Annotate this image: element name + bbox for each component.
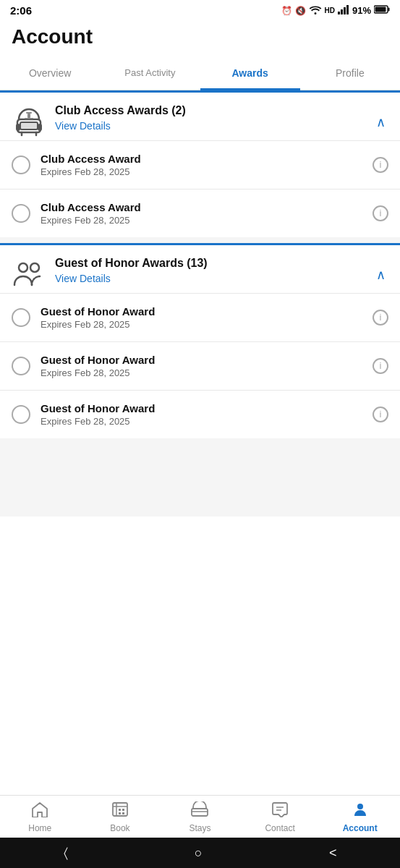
club-access-item-1-info: Club Access Award Expires Feb 28, 2025 bbox=[41, 153, 373, 177]
guest-honor-item-3-info-icon[interactable]: i bbox=[373, 407, 388, 422]
android-menu-btn[interactable]: 〈 bbox=[64, 846, 68, 861]
guest-honor-header: Guest of Honor Awards (13) View Details … bbox=[0, 243, 400, 293]
page-header: Account bbox=[0, 20, 400, 57]
guest-honor-item-3-title: Guest of Honor Award bbox=[41, 402, 373, 414]
svg-rect-22 bbox=[122, 812, 124, 814]
guest-honor-radio-3[interactable] bbox=[12, 405, 30, 424]
guest-honor-item-3: Guest of Honor Award Expires Feb 28, 202… bbox=[0, 390, 400, 438]
svg-rect-6 bbox=[375, 7, 386, 12]
nav-book[interactable]: Book bbox=[98, 801, 142, 833]
status-icons: ⏰ 🔇 HD 91% bbox=[281, 4, 390, 17]
club-access-item-2: Club Access Award Expires Feb 28, 2025 i bbox=[0, 189, 400, 237]
svg-rect-0 bbox=[338, 12, 340, 14]
club-access-info: Club Access Awards (2) View Details bbox=[55, 104, 373, 140]
nav-home[interactable]: Home bbox=[18, 801, 61, 833]
club-access-radio-2[interactable] bbox=[12, 204, 30, 223]
svg-rect-3 bbox=[346, 5, 349, 14]
guest-honor-item-1-title: Guest of Honor Award bbox=[41, 305, 373, 318]
nav-stays-label: Stays bbox=[189, 823, 210, 833]
stays-icon bbox=[190, 801, 209, 820]
svg-rect-5 bbox=[388, 8, 390, 12]
guest-honor-item-1-info-icon[interactable]: i bbox=[373, 310, 388, 326]
club-access-title: Club Access Awards (2) bbox=[55, 104, 373, 117]
svg-rect-19 bbox=[119, 809, 121, 811]
status-bar: 2:06 ⏰ 🔇 HD 91% bbox=[0, 0, 400, 20]
svg-rect-10 bbox=[38, 124, 42, 131]
tab-overview[interactable]: Overview bbox=[0, 57, 100, 90]
club-access-item-2-info-icon[interactable]: i bbox=[373, 205, 388, 221]
guest-honor-item-2-expiry: Expires Feb 28, 2025 bbox=[41, 367, 373, 378]
svg-rect-21 bbox=[119, 812, 121, 814]
guest-honor-title: Guest of Honor Awards (13) bbox=[55, 257, 373, 270]
tab-bar: Overview Past Activity Awards Profile bbox=[0, 57, 400, 90]
bottom-nav: Home Book Stays bbox=[0, 795, 400, 838]
club-access-item-2-expiry: Expires Feb 28, 2025 bbox=[41, 215, 373, 226]
nav-stays[interactable]: Stays bbox=[178, 801, 221, 833]
nav-account-label: Account bbox=[343, 823, 378, 833]
account-icon bbox=[352, 801, 369, 820]
club-access-item-2-info: Club Access Award Expires Feb 28, 2025 bbox=[41, 201, 373, 226]
android-home-btn[interactable]: ○ bbox=[195, 846, 203, 861]
guest-honor-item-2-info-icon[interactable]: i bbox=[373, 358, 388, 374]
club-access-item-2-title: Club Access Award bbox=[41, 201, 373, 213]
svg-point-27 bbox=[357, 804, 363, 809]
svg-point-15 bbox=[30, 263, 39, 272]
tab-profile[interactable]: Profile bbox=[300, 57, 400, 90]
nav-book-label: Book bbox=[110, 823, 129, 833]
signal-icon bbox=[338, 4, 349, 17]
guest-honor-item-1-info: Guest of Honor Award Expires Feb 28, 202… bbox=[41, 305, 373, 330]
contact-icon bbox=[271, 801, 289, 820]
club-access-item-1-expiry: Expires Feb 28, 2025 bbox=[41, 166, 373, 177]
android-back-btn[interactable]: < bbox=[329, 846, 337, 861]
battery-percent: 91% bbox=[352, 5, 371, 16]
guest-honor-view-details[interactable]: View Details bbox=[55, 270, 111, 293]
svg-rect-2 bbox=[344, 7, 346, 14]
guest-honor-item-2: Guest of Honor Award Expires Feb 28, 202… bbox=[0, 341, 400, 390]
alarm-icon: ⏰ bbox=[281, 6, 292, 16]
svg-rect-20 bbox=[122, 809, 124, 811]
club-access-radio-1[interactable] bbox=[12, 156, 30, 174]
svg-rect-12 bbox=[27, 114, 30, 118]
club-access-header: Club Access Awards (2) View Details ∧ bbox=[0, 90, 400, 140]
nav-contact[interactable]: Contact bbox=[258, 801, 302, 833]
club-icon bbox=[12, 105, 46, 140]
mute-icon: 🔇 bbox=[295, 6, 306, 16]
club-access-section: Club Access Awards (2) View Details ∧ Cl… bbox=[0, 90, 400, 237]
wifi-icon bbox=[309, 4, 322, 17]
guest-honor-item-3-info: Guest of Honor Award Expires Feb 28, 202… bbox=[41, 402, 373, 427]
guest-honor-item-1-expiry: Expires Feb 28, 2025 bbox=[41, 319, 373, 330]
nav-account[interactable]: Account bbox=[339, 801, 382, 833]
guest-honor-radio-1[interactable] bbox=[12, 308, 30, 327]
club-access-view-details[interactable]: View Details bbox=[55, 117, 111, 140]
nav-home-label: Home bbox=[28, 823, 51, 833]
android-nav-bar: 〈 ○ < bbox=[0, 838, 400, 868]
tab-awards[interactable]: Awards bbox=[200, 57, 300, 90]
guest-honor-item-2-info: Guest of Honor Award Expires Feb 28, 202… bbox=[41, 354, 373, 378]
content-area: Club Access Awards (2) View Details ∧ Cl… bbox=[0, 90, 400, 516]
battery-icon bbox=[374, 5, 390, 16]
tab-past-activity[interactable]: Past Activity bbox=[100, 57, 200, 90]
book-icon bbox=[111, 801, 129, 820]
guest-honor-item-1: Guest of Honor Award Expires Feb 28, 202… bbox=[0, 293, 400, 341]
guest-honor-item-3-expiry: Expires Feb 28, 2025 bbox=[41, 416, 373, 427]
guest-honor-section: Guest of Honor Awards (13) View Details … bbox=[0, 243, 400, 438]
hd-badge: HD bbox=[325, 7, 335, 14]
club-access-item-1: Club Access Award Expires Feb 28, 2025 i bbox=[0, 140, 400, 189]
guest-honor-info: Guest of Honor Awards (13) View Details bbox=[55, 257, 373, 293]
svg-rect-11 bbox=[26, 112, 32, 114]
status-time: 2:06 bbox=[10, 4, 32, 17]
guest-honor-chevron[interactable]: ∧ bbox=[373, 267, 388, 283]
svg-point-14 bbox=[19, 263, 27, 272]
guest-icon bbox=[12, 258, 46, 292]
nav-contact-label: Contact bbox=[265, 823, 294, 833]
page-title: Account bbox=[12, 25, 388, 48]
club-access-chevron[interactable]: ∧ bbox=[373, 114, 388, 130]
svg-rect-9 bbox=[16, 124, 20, 131]
svg-rect-8 bbox=[20, 122, 38, 129]
guest-honor-radio-2[interactable] bbox=[12, 357, 30, 375]
club-access-item-1-title: Club Access Award bbox=[41, 153, 373, 165]
club-access-item-1-info-icon[interactable]: i bbox=[373, 157, 388, 173]
svg-rect-23 bbox=[192, 809, 208, 816]
svg-rect-1 bbox=[341, 9, 343, 14]
svg-rect-13 bbox=[25, 118, 33, 119]
